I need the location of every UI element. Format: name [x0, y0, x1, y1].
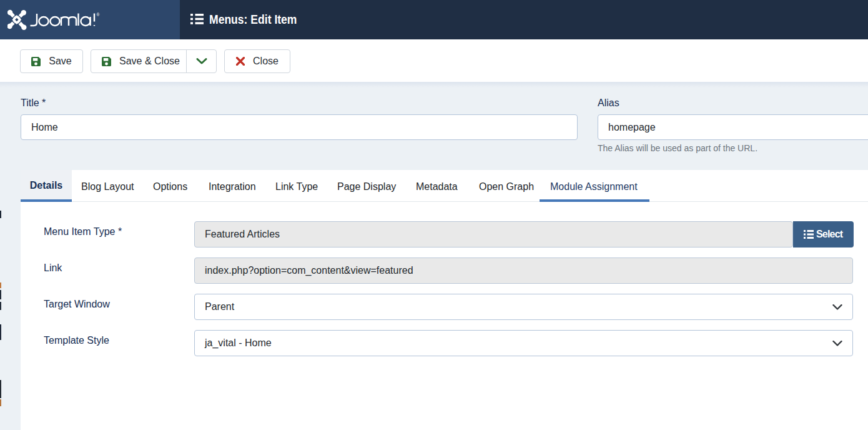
svg-text:®: ®: [97, 12, 100, 17]
